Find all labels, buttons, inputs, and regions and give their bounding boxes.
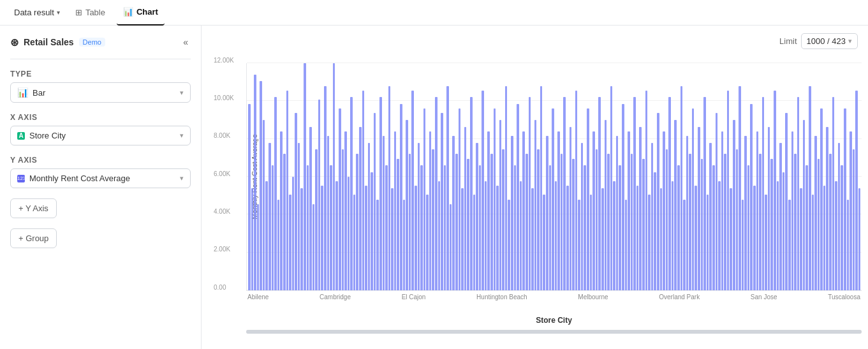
bar[interactable] xyxy=(858,188,861,290)
bar[interactable] xyxy=(307,165,309,290)
bar[interactable] xyxy=(348,177,350,290)
bar[interactable] xyxy=(327,136,330,290)
bar[interactable] xyxy=(598,97,601,290)
bar[interactable] xyxy=(496,186,499,290)
bar[interactable] xyxy=(502,149,504,290)
bar[interactable] xyxy=(397,159,399,290)
bar[interactable] xyxy=(654,172,656,290)
bar[interactable] xyxy=(444,165,446,290)
bar[interactable] xyxy=(777,181,779,290)
bar[interactable] xyxy=(272,165,274,290)
bar[interactable] xyxy=(335,181,338,290)
bar[interactable] xyxy=(324,86,327,290)
bar[interactable] xyxy=(400,104,402,290)
bar[interactable] xyxy=(555,181,557,290)
bar[interactable] xyxy=(592,131,595,290)
bar[interactable] xyxy=(435,97,438,290)
bar[interactable] xyxy=(438,181,441,290)
bar[interactable] xyxy=(783,172,785,290)
bar[interactable] xyxy=(835,181,837,290)
bar[interactable] xyxy=(473,195,476,290)
bar[interactable] xyxy=(703,97,706,290)
collapse-sidebar-button[interactable]: « xyxy=(180,36,191,48)
bar[interactable] xyxy=(814,136,817,290)
bar[interactable] xyxy=(844,108,846,290)
bar[interactable] xyxy=(546,136,548,290)
bar[interactable] xyxy=(853,149,855,290)
bar[interactable] xyxy=(596,149,598,290)
bar[interactable] xyxy=(724,154,726,290)
bar[interactable] xyxy=(672,181,674,290)
bar[interactable] xyxy=(812,195,814,290)
bar[interactable] xyxy=(411,91,414,290)
bar[interactable] xyxy=(572,159,575,290)
limit-select-button[interactable]: 1000 / 423 ▾ xyxy=(801,33,858,49)
bar[interactable] xyxy=(359,127,362,290)
data-result-button[interactable]: Data result ▾ xyxy=(10,5,64,20)
bar[interactable] xyxy=(709,143,712,290)
bar[interactable] xyxy=(765,195,767,290)
bar[interactable] xyxy=(353,195,356,290)
bar[interactable] xyxy=(274,97,277,290)
bar[interactable] xyxy=(356,154,358,290)
bar[interactable] xyxy=(666,149,668,290)
bar[interactable] xyxy=(446,86,449,290)
bar[interactable] xyxy=(820,108,823,290)
bar[interactable] xyxy=(774,91,776,290)
bar[interactable] xyxy=(607,154,610,290)
bar[interactable] xyxy=(409,154,411,290)
bar[interactable] xyxy=(379,97,382,290)
bar[interactable] xyxy=(698,127,700,290)
bar[interactable] xyxy=(537,149,540,290)
bar[interactable] xyxy=(756,131,759,290)
bar[interactable] xyxy=(747,165,750,290)
bar[interactable] xyxy=(315,149,318,290)
bar[interactable] xyxy=(511,136,513,290)
bar[interactable] xyxy=(639,127,642,290)
bar[interactable] xyxy=(563,97,566,290)
bar[interactable] xyxy=(610,86,613,290)
bar[interactable] xyxy=(785,113,788,290)
bar[interactable] xyxy=(733,120,735,290)
bar[interactable] xyxy=(628,131,630,290)
bar[interactable] xyxy=(841,165,843,290)
bar[interactable] xyxy=(251,188,254,290)
bar[interactable] xyxy=(739,86,741,290)
bar[interactable] xyxy=(680,86,683,290)
bar[interactable] xyxy=(625,200,628,290)
bar[interactable] xyxy=(432,149,434,290)
bar[interactable] xyxy=(388,86,391,290)
bar[interactable] xyxy=(459,108,461,290)
bar[interactable] xyxy=(818,159,820,290)
bar[interactable] xyxy=(587,108,589,290)
bar[interactable] xyxy=(321,186,323,290)
bar[interactable] xyxy=(794,154,797,290)
bar[interactable] xyxy=(292,177,295,290)
bar[interactable] xyxy=(333,63,335,290)
bar[interactable] xyxy=(742,200,744,290)
bar[interactable] xyxy=(575,91,578,290)
bar[interactable] xyxy=(543,195,545,290)
bar[interactable] xyxy=(832,97,835,290)
bar[interactable] xyxy=(254,75,256,290)
bar[interactable] xyxy=(557,131,560,290)
bar[interactable] xyxy=(304,63,306,290)
bar[interactable] xyxy=(736,149,739,290)
bar[interactable] xyxy=(476,143,478,290)
tab-table[interactable]: ⊞ Table xyxy=(69,0,112,26)
bar[interactable] xyxy=(850,131,852,290)
bar[interactable] xyxy=(823,186,826,290)
bar[interactable] xyxy=(631,154,633,290)
bar[interactable] xyxy=(482,91,484,290)
bar[interactable] xyxy=(415,186,417,290)
bar[interactable] xyxy=(467,159,469,290)
bar[interactable] xyxy=(531,188,534,290)
bar[interactable] xyxy=(829,154,832,290)
bar[interactable] xyxy=(309,127,312,290)
bar[interactable] xyxy=(376,200,379,290)
bar[interactable] xyxy=(648,195,651,290)
bar[interactable] xyxy=(487,131,490,290)
bar[interactable] xyxy=(385,165,388,290)
bar[interactable] xyxy=(499,120,502,290)
bar[interactable] xyxy=(280,131,283,290)
